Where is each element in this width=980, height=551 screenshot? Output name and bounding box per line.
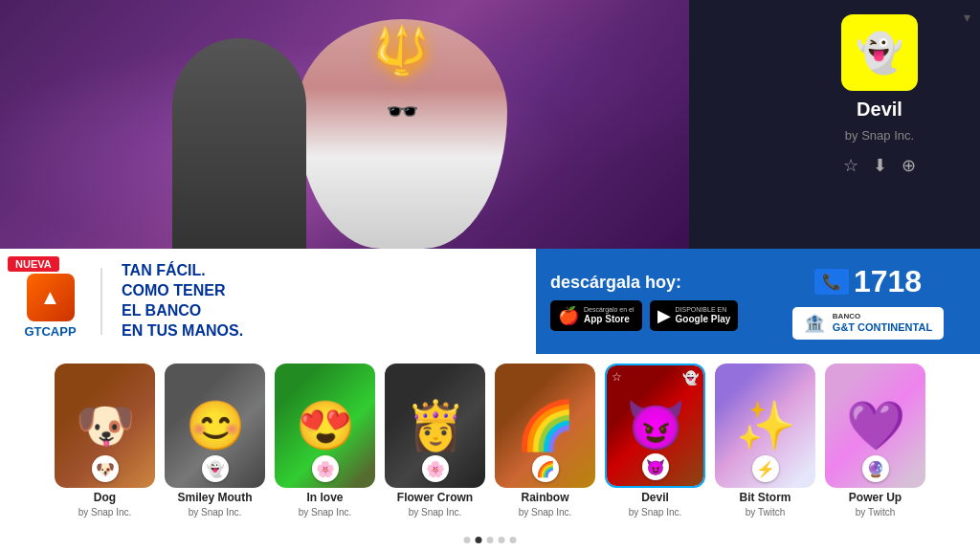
pagination-dot-0[interactable]	[464, 537, 471, 543]
google-play-text: DISPONIBLE EN Google Play	[676, 306, 731, 324]
phone-number-display: 📞 1718	[814, 264, 922, 299]
filter-name-devil: Devil	[641, 491, 669, 504]
pagination-dots	[464, 537, 517, 543]
share-icon[interactable]: ⊕	[902, 155, 916, 176]
filter-icon-crown: 🌸	[422, 455, 449, 482]
banco-logo: 🏦 BANCO G&T CONTINENTAL	[792, 307, 944, 340]
snapchat-ghost-logo: 👻	[856, 31, 903, 76]
filter-star-icon: ☆	[612, 370, 622, 384]
google-play-line1: DISPONIBLE EN	[676, 306, 731, 314]
filter-name-powerup: Power Up	[849, 491, 902, 504]
pagination-dot-3[interactable]	[499, 537, 505, 543]
store-buttons: 🍎 Descárgalo en el App Store ▶ DISPONIBL…	[550, 300, 742, 331]
filter-icon-dog: 🐶	[92, 455, 119, 482]
filter-title: Devil	[857, 99, 902, 121]
filter-icon-devil: 😈	[642, 453, 669, 480]
filter-icon-bitstorm: ⚡	[752, 455, 779, 482]
ad-tagline: TAN FÁCIL.COMO TENEREL BANCOEN TUS MANOS…	[122, 261, 517, 341]
filter-action-icons: ☆ ⬇ ⊕	[843, 155, 916, 176]
banco-line2: G&T CONTINENTAL	[833, 321, 932, 333]
apple-icon: 🍎	[558, 305, 579, 326]
pagination-dot-4[interactable]	[510, 537, 517, 543]
gtc-app-name: GTCAPP	[24, 324, 76, 339]
gtc-logo: ▲ GTCAPP	[19, 274, 81, 339]
filter-icon-smiley: 👻	[202, 455, 229, 482]
filter-item-dog[interactable]: 🐶 🐶 Dog by Snap Inc.	[53, 364, 158, 518]
filter-by-smiley: by Snap Inc.	[189, 507, 242, 518]
app-store-button[interactable]: 🍎 Descárgalo en el App Store	[550, 300, 642, 331]
filter-by-inlove: by Snap Inc.	[299, 507, 352, 518]
sunglasses-filter: 🕶️	[386, 96, 419, 127]
filter-thumb-devil: 😈 ☆ 👻 😈	[605, 364, 705, 488]
app-store-line2: App Store	[584, 314, 635, 324]
filter-name-bitstorm: Bit Storm	[740, 491, 791, 504]
ad-divider	[100, 268, 102, 335]
banco-text: BANCO G&T CONTINENTAL	[833, 313, 932, 333]
filter-item-devil[interactable]: 😈 ☆ 👻 😈 Devil by Snap Inc.	[603, 364, 708, 518]
filter-name-crown: Flower Crown	[397, 491, 473, 504]
pagination-dot-2[interactable]	[487, 537, 494, 543]
filter-item-crown[interactable]: 👸 🌸 Flower Crown by Snap Inc.	[383, 364, 488, 518]
filter-item-smiley[interactable]: 😊 👻 Smiley Mouth by Snap Inc.	[163, 364, 268, 518]
filter-name-rainbow: Rainbow	[522, 491, 569, 504]
google-play-button[interactable]: ▶ DISPONIBLE EN Google Play	[650, 300, 739, 331]
filter-name-smiley: Smiley Mouth	[177, 491, 252, 504]
google-play-icon: ▶	[657, 305, 671, 326]
filter-thumb-dog: 🐶 🐶	[55, 364, 155, 488]
filter-thumb-rainbow: 🌈 🌈	[495, 364, 595, 488]
person-with-filter: 🔱 🕶️	[297, 19, 507, 249]
filter-name-dog: Dog	[94, 491, 116, 504]
video-background: 🔱 🕶️	[0, 0, 689, 249]
star-icon[interactable]: ☆	[843, 155, 858, 176]
snapchat-filter-panel: ▾ 👻 Devil by Snap Inc. ☆ ⬇ ⊕	[779, 0, 980, 249]
phone-icon: 📞	[814, 269, 849, 295]
filter-icon-powerup: 🔮	[862, 455, 889, 482]
snapchat-qr-code: 👻	[841, 14, 918, 91]
filter-by-dog: by Snap Inc.	[78, 507, 132, 518]
filter-thumb-powerup: 💜 🔮	[825, 364, 925, 488]
filter-author: by Snap Inc.	[845, 128, 914, 143]
app-store-text: Descárgalo en el App Store	[584, 306, 635, 324]
filter-thumb-inlove: 😍 🌸	[275, 364, 375, 488]
advertisement-banner: NUEVA ▲ GTCAPP TAN FÁCIL.COMO TENEREL BA…	[0, 249, 536, 354]
nueva-badge: NUEVA	[8, 256, 59, 272]
download-title: descárgala hoy:	[550, 273, 742, 293]
filter-icon-inlove: 🌸	[312, 455, 339, 482]
person-background	[172, 38, 306, 249]
filter-by-crown: by Snap Inc.	[409, 507, 462, 518]
pagination-dot-1[interactable]	[476, 537, 482, 543]
filter-name-inlove: In love	[306, 491, 343, 504]
chevron-down-icon[interactable]: ▾	[964, 10, 970, 25]
filter-item-bitstorm[interactable]: ✨ ⚡ Bit Storm by Twitch	[713, 364, 818, 518]
fire-horns-filter: 🔱	[373, 24, 431, 77]
gtc-icon: ▲	[27, 274, 75, 321]
filter-by-rainbow: by Snap Inc.	[519, 507, 572, 518]
filter-item-rainbow[interactable]: 🌈 🌈 Rainbow by Snap Inc.	[493, 364, 598, 518]
phone-number-text: 1718	[854, 264, 922, 299]
app-store-line1: Descárgalo en el	[584, 306, 635, 314]
filter-by-devil: by Snap Inc.	[629, 507, 682, 518]
filter-thumb-smiley: 😊 👻	[165, 364, 265, 488]
banco-icon: 🏦	[804, 313, 825, 334]
google-play-line2: Google Play	[676, 314, 731, 324]
filter-ghost-icon: 👻	[682, 370, 699, 386]
filter-item-powerup[interactable]: 💜 🔮 Power Up by Twitch	[823, 364, 928, 518]
phone-banner: 📞 1718 🏦 BANCO G&T CONTINENTAL	[756, 249, 980, 354]
download-icon[interactable]: ⬇	[873, 155, 887, 176]
filter-icon-rainbow: 🌈	[532, 455, 559, 482]
filter-thumb-bitstorm: ✨ ⚡	[715, 364, 815, 488]
filter-thumb-crown: 👸 🌸	[385, 364, 485, 488]
banco-line1: BANCO	[833, 313, 932, 321]
filter-by-powerup: by Twitch	[856, 507, 896, 518]
filter-item-inlove[interactable]: 😍 🌸 In love by Snap Inc.	[273, 364, 378, 518]
filters-row: 🐶 🐶 Dog by Snap Inc. 😊 👻 Smiley Mouth by…	[0, 354, 980, 551]
filter-by-bitstorm: by Twitch	[746, 507, 786, 518]
download-section: descárgala hoy: 🍎 Descárgalo en el App S…	[536, 249, 756, 354]
